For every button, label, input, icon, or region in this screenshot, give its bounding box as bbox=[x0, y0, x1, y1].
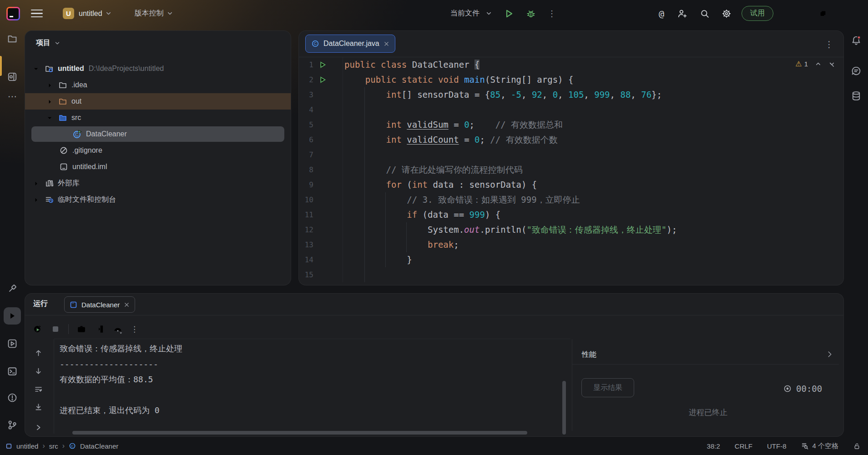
profiler-gauge-icon[interactable] bbox=[112, 324, 123, 335]
build-tool-icon[interactable] bbox=[7, 283, 18, 294]
breadcrumb-class[interactable]: DataCleaner bbox=[80, 442, 118, 450]
line-separator[interactable]: CRLF bbox=[735, 442, 752, 450]
tree-row-untitled[interactable]: untitledD:\IdeaProjects\untitled bbox=[25, 60, 291, 77]
code-line-7[interactable] bbox=[344, 147, 839, 162]
code-line-12[interactable]: System.out.println("致命错误：传感器掉线，终止处理"); bbox=[344, 222, 839, 237]
console-more-icon[interactable]: ⋮ bbox=[131, 325, 138, 333]
code-line-4[interactable] bbox=[344, 102, 839, 117]
tree-row-临时文件和控制台[interactable]: 临时文件和控制台 bbox=[25, 191, 291, 208]
file-encoding[interactable]: UTF-8 bbox=[767, 442, 787, 450]
commit-tool-icon[interactable] bbox=[7, 71, 18, 82]
console-vertical-scrollbar[interactable] bbox=[562, 381, 566, 435]
next-warning-icon[interactable] bbox=[828, 60, 835, 67]
search-icon[interactable] bbox=[700, 9, 710, 19]
chevron-right-icon[interactable] bbox=[45, 80, 54, 90]
run-line-icon[interactable] bbox=[319, 61, 327, 69]
soft-wrap-icon[interactable] bbox=[34, 385, 43, 394]
restore-button[interactable] bbox=[812, 5, 833, 23]
breadcrumb-project[interactable]: untitled bbox=[16, 442, 38, 450]
close-icon[interactable] bbox=[124, 302, 130, 308]
close-icon[interactable] bbox=[384, 41, 389, 47]
settings-gear-icon[interactable] bbox=[722, 9, 732, 19]
gutter-row: 11 bbox=[299, 207, 343, 222]
snapshot-camera-icon[interactable] bbox=[76, 324, 87, 335]
tab-datacleaner-java[interactable]: C DataCleaner.java bbox=[305, 35, 395, 53]
editor-gutter: 123456789101112131415 bbox=[299, 57, 343, 282]
notifications-bell-icon[interactable] bbox=[851, 35, 862, 46]
tree-row-外部库[interactable]: 外部库 bbox=[25, 175, 291, 191]
expand-chevron-icon[interactable] bbox=[34, 423, 43, 432]
project-badge[interactable]: U bbox=[63, 8, 74, 19]
minimize-button[interactable] bbox=[781, 5, 802, 23]
code-line-2[interactable]: public static void main(String[] args) { bbox=[344, 72, 839, 87]
vcs-menu[interactable]: 版本控制 bbox=[135, 9, 164, 18]
code-line-8[interactable]: // 请在此处编写你的流程控制代码 bbox=[344, 162, 839, 177]
line-number: 14 bbox=[299, 255, 313, 264]
tree-row-.idea[interactable]: .idea bbox=[25, 77, 291, 93]
run-tab-datacleaner[interactable]: DataCleaner bbox=[64, 296, 135, 313]
thread-dump-icon[interactable] bbox=[94, 324, 105, 335]
ai-assistant-icon[interactable]: @ bbox=[659, 8, 664, 19]
code-line-5[interactable]: int validSum = 0; // 有效数据总和 bbox=[344, 117, 839, 132]
services-tool-icon[interactable] bbox=[7, 338, 18, 349]
code-line-14[interactable]: } bbox=[344, 252, 839, 267]
code-line-9[interactable]: for (int data : sensorData) { bbox=[344, 177, 839, 192]
problems-tool-icon[interactable] bbox=[7, 392, 18, 403]
ai-chat-icon[interactable] bbox=[851, 65, 862, 76]
scroll-up-icon[interactable] bbox=[34, 348, 43, 357]
show-results-button[interactable]: 显示结果 bbox=[581, 378, 634, 397]
stop-button[interactable] bbox=[50, 324, 61, 335]
caret-position[interactable]: 38:2 bbox=[707, 442, 720, 450]
close-button[interactable] bbox=[844, 5, 865, 23]
main-menu-icon[interactable] bbox=[31, 8, 43, 20]
chevron-down-icon[interactable] bbox=[31, 64, 40, 73]
chevron-down-icon[interactable] bbox=[54, 40, 61, 46]
code-line-13[interactable]: break; bbox=[344, 237, 839, 252]
chevron-right-icon[interactable] bbox=[31, 179, 40, 188]
prev-warning-icon[interactable] bbox=[815, 60, 822, 67]
breadcrumb-src[interactable]: src bbox=[49, 442, 58, 450]
chevron-down-icon[interactable] bbox=[105, 10, 112, 17]
code-line-1[interactable]: public class DataCleaner { bbox=[344, 57, 839, 72]
code-line-6[interactable]: int validCount = 0; // 有效数据个数 bbox=[344, 132, 839, 147]
scroll-down-icon[interactable] bbox=[34, 366, 43, 375]
chevron-right-icon[interactable] bbox=[826, 350, 834, 358]
tree-row-out[interactable]: out bbox=[25, 93, 291, 110]
unlocked-padlock-icon[interactable] bbox=[853, 442, 861, 450]
tree-row-untitled.iml[interactable]: untitled.iml bbox=[25, 159, 291, 175]
code-line-10[interactable]: // 3. 致命错误：如果遇到 999，立即停止 bbox=[344, 192, 839, 207]
project-tool-icon[interactable] bbox=[7, 33, 18, 44]
tree-row-src[interactable]: src bbox=[25, 110, 291, 126]
code-area[interactable]: public class DataCleaner { public static… bbox=[344, 57, 839, 282]
debug-button[interactable] bbox=[526, 9, 536, 19]
run-configuration-selector[interactable]: 当前文件 bbox=[450, 9, 492, 18]
more-actions-icon[interactable]: ⋮ bbox=[548, 10, 556, 18]
run-button[interactable] bbox=[504, 9, 514, 19]
scroll-to-end-icon[interactable] bbox=[34, 402, 43, 411]
chevron-down-icon[interactable] bbox=[45, 113, 54, 122]
run-tool-icon[interactable] bbox=[4, 307, 21, 325]
rerun-button[interactable] bbox=[32, 324, 43, 335]
gutter-row: 3 bbox=[299, 87, 343, 102]
add-user-icon[interactable] bbox=[677, 9, 687, 19]
chevron-right-icon[interactable] bbox=[31, 195, 40, 204]
indent-setting[interactable]: 4 个空格 bbox=[801, 442, 838, 450]
chevron-down-icon[interactable] bbox=[167, 10, 173, 17]
project-name[interactable]: untitled bbox=[79, 10, 102, 18]
code-line-11[interactable]: if (data == 999) { bbox=[344, 207, 839, 222]
tab-options-icon[interactable]: ⋮ bbox=[825, 39, 833, 50]
code-line-15[interactable] bbox=[344, 267, 839, 282]
code-line-3[interactable]: int[] sensorData = {85, -5, 92, 0, 105, … bbox=[344, 87, 839, 102]
trial-button[interactable]: 试用 bbox=[742, 6, 773, 21]
warning-count[interactable]: ⚠ 1 bbox=[795, 60, 808, 68]
console-output[interactable]: 致命错误：传感器掉线，终止处理--------------------有效数据的… bbox=[60, 341, 182, 418]
more-tools-icon[interactable]: ⋯ bbox=[8, 91, 17, 102]
console-horizontal-scrollbar[interactable] bbox=[72, 431, 527, 435]
tree-row-DataCleaner[interactable]: CDataCleaner bbox=[25, 126, 291, 142]
chevron-right-icon[interactable] bbox=[45, 97, 54, 106]
run-line-icon[interactable] bbox=[319, 76, 327, 84]
git-branch-icon[interactable] bbox=[7, 420, 18, 430]
terminal-tool-icon[interactable] bbox=[7, 366, 18, 377]
tree-row-.gitignore[interactable]: .gitignore bbox=[25, 142, 291, 159]
database-tool-icon[interactable] bbox=[851, 90, 862, 101]
